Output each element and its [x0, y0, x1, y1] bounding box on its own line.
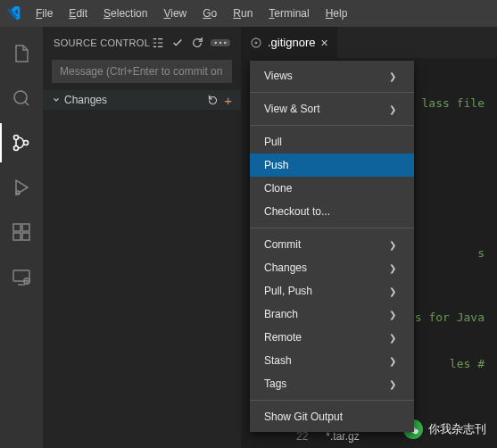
menu-commit[interactable]: Commit❯ — [250, 233, 414, 256]
menu-view[interactable]: View — [156, 4, 194, 23]
svg-point-3 — [24, 141, 29, 145]
svg-point-11 — [215, 41, 217, 43]
menu-separator — [250, 92, 414, 93]
menu-selection[interactable]: Selection — [96, 4, 154, 23]
menu-file[interactable]: File — [29, 4, 60, 23]
menu-show-git-output[interactable]: Show Git Output — [250, 405, 414, 428]
chevron-right-icon: ❯ — [389, 263, 396, 273]
svg-rect-6 — [13, 233, 21, 240]
code-text: les # — [450, 357, 485, 370]
menu-help[interactable]: Help — [319, 4, 355, 23]
code-text: lass file — [422, 96, 485, 110]
stage-icon[interactable]: + — [224, 93, 232, 108]
svg-point-0 — [14, 91, 27, 104]
svg-rect-7 — [22, 233, 29, 240]
menu-terminal[interactable]: Terminal — [261, 4, 316, 23]
svg-point-2 — [14, 146, 19, 151]
svg-point-1 — [14, 136, 19, 140]
code-text: s — [477, 246, 485, 260]
chevron-down-icon — [52, 95, 61, 104]
tab-label: .gitignore — [268, 36, 315, 49]
menu-separator — [250, 125, 414, 126]
chevron-right-icon: ❯ — [389, 240, 396, 250]
watermark-text: 你我杂志刊 — [428, 421, 486, 437]
menu-pull-push[interactable]: Pull, Push❯ — [250, 279, 414, 303]
watermark: 你我杂志刊 — [403, 419, 486, 439]
menu-separator — [250, 400, 414, 401]
menu-edit[interactable]: Edit — [62, 4, 95, 23]
source-control-panel: SOURCE CONTROL Changes + — [43, 27, 241, 448]
title-bar: File Edit Selection View Go Run Terminal… — [0, 0, 497, 27]
commit-message-input[interactable] — [52, 60, 232, 83]
vscode-icon — [5, 5, 21, 21]
chevron-right-icon: ❯ — [389, 379, 396, 389]
menu-view-sort[interactable]: View & Sort❯ — [250, 97, 414, 120]
menu-remote[interactable]: Remote❯ — [250, 326, 414, 349]
svg-rect-9 — [13, 270, 29, 281]
remote-explorer-icon[interactable] — [0, 257, 43, 296]
svg-point-12 — [220, 41, 221, 43]
search-icon[interactable] — [0, 79, 43, 118]
menu-views[interactable]: Views❯ — [250, 64, 414, 87]
line-number: 22 — [296, 430, 308, 443]
chevron-right-icon: ❯ — [389, 71, 396, 81]
changes-label: Changes — [64, 94, 107, 106]
code-text: ls for Java — [408, 311, 485, 324]
panel-title: SOURCE CONTROL — [54, 37, 150, 48]
menu-tags[interactable]: Tags❯ — [250, 372, 414, 395]
chevron-right-icon: ❯ — [389, 104, 396, 114]
menu-run[interactable]: Run — [226, 4, 260, 23]
source-control-icon[interactable] — [0, 123, 43, 162]
svg-rect-5 — [13, 224, 21, 231]
tab-bar: .gitignore × — [241, 27, 497, 58]
svg-point-13 — [224, 41, 226, 43]
menu-separator — [250, 228, 414, 228]
menu-pull[interactable]: Pull — [250, 130, 414, 153]
tab-gitignore[interactable]: .gitignore × — [241, 27, 337, 58]
menu-bar: File Edit Selection View Go Run Terminal… — [29, 4, 354, 23]
chevron-right-icon: ❯ — [389, 333, 396, 343]
more-actions-icon[interactable] — [211, 39, 230, 46]
file-icon — [250, 37, 262, 49]
chevron-right-icon: ❯ — [389, 286, 396, 296]
menu-stash[interactable]: Stash❯ — [250, 349, 414, 372]
extensions-icon[interactable] — [0, 212, 43, 252]
scm-context-menu: Views❯ View & Sort❯ Pull Push Clone Chec… — [250, 61, 414, 432]
menu-push[interactable]: Push — [250, 153, 414, 177]
menu-go[interactable]: Go — [195, 4, 224, 23]
changes-section[interactable]: Changes + — [43, 90, 241, 110]
menu-changes[interactable]: Changes❯ — [250, 256, 414, 279]
discard-icon[interactable] — [207, 95, 219, 106]
chevron-right-icon: ❯ — [389, 356, 396, 366]
menu-checkout[interactable]: Checkout to... — [250, 200, 414, 223]
close-icon[interactable]: × — [320, 36, 327, 50]
svg-rect-8 — [22, 224, 29, 231]
activity-bar — [0, 27, 43, 448]
view-tree-icon[interactable] — [152, 37, 164, 49]
menu-branch[interactable]: Branch❯ — [250, 303, 414, 326]
run-debug-icon[interactable] — [0, 168, 43, 207]
menu-clone[interactable]: Clone — [250, 177, 414, 200]
svg-point-15 — [254, 41, 257, 44]
explorer-icon[interactable] — [0, 34, 43, 73]
refresh-icon[interactable] — [191, 37, 203, 49]
editor-line-info: 22 *.tar.gz — [296, 430, 360, 443]
chevron-right-icon: ❯ — [389, 310, 396, 319]
commit-check-icon[interactable] — [171, 37, 184, 49]
line-content: *.tar.gz — [326, 430, 359, 443]
